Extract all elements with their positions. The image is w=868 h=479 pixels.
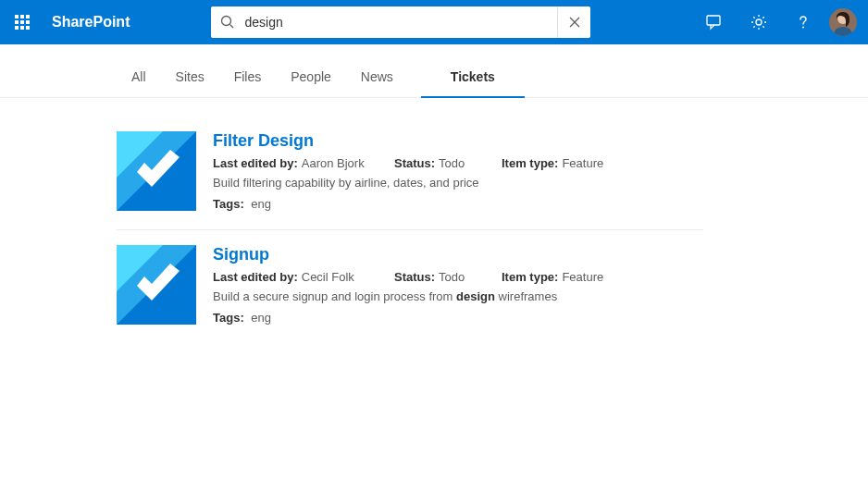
- meta-status: Status: Todo: [394, 270, 502, 284]
- meta-label: Item type:: [502, 156, 558, 170]
- close-icon: [568, 16, 581, 29]
- tab-all[interactable]: All: [128, 69, 150, 97]
- gear-icon: [750, 13, 768, 31]
- meta-value: Aaron Bjork: [302, 156, 365, 170]
- result-thumbnail: [117, 131, 196, 211]
- tags-value: eng: [251, 311, 271, 325]
- meta-label: Status:: [394, 156, 435, 170]
- result-item: Signup Last edited by: Cecil Folk Status…: [117, 229, 703, 343]
- meta-value: Todo: [439, 270, 465, 284]
- clear-search-button[interactable]: [557, 6, 590, 38]
- header-actions: [692, 0, 868, 44]
- help-icon: [794, 13, 812, 31]
- result-description: Build a secure signup and login process …: [213, 289, 703, 303]
- result-item: Filter Design Last edited by: Aaron Bjor…: [117, 131, 703, 229]
- meta-label: Item type:: [502, 270, 558, 284]
- result-metadata: Last edited by: Cecil Folk Status: Todo …: [213, 270, 703, 284]
- desc-highlight: design: [456, 289, 495, 303]
- meta-label: Last edited by:: [213, 156, 298, 170]
- result-thumbnail: [117, 245, 196, 325]
- search-tabs: All Sites Files People News Tickets: [0, 44, 868, 98]
- meta-label: Status:: [394, 270, 435, 284]
- waffle-icon: [15, 15, 30, 30]
- search-icon: [211, 15, 244, 30]
- meta-label: Last edited by:: [213, 270, 298, 284]
- desc-text: Build filtering capability by airline, d…: [213, 176, 479, 190]
- app-header: SharePoint: [0, 0, 868, 44]
- search-input[interactable]: [244, 6, 557, 38]
- tags-value: eng: [251, 197, 271, 211]
- search-box: [211, 6, 590, 38]
- svg-rect-4: [707, 16, 720, 25]
- result-body: Filter Design Last edited by: Aaron Bjor…: [213, 131, 703, 211]
- result-tags: Tags: eng: [213, 197, 703, 211]
- user-avatar[interactable]: [829, 8, 857, 36]
- checkmark-tile-icon: [117, 245, 196, 325]
- meta-value: Feature: [562, 156, 603, 170]
- checkmark-tile-icon: [117, 131, 196, 211]
- result-tags: Tags: eng: [213, 311, 703, 325]
- tab-files[interactable]: Files: [230, 69, 266, 97]
- result-title-link[interactable]: Filter Design: [213, 131, 703, 151]
- tags-label: Tags:: [213, 197, 244, 211]
- brand-name: SharePoint: [52, 14, 130, 31]
- desc-text: wireframes: [495, 289, 557, 303]
- svg-point-0: [222, 17, 231, 26]
- avatar-image: [829, 8, 857, 36]
- settings-button[interactable]: [737, 0, 781, 44]
- result-body: Signup Last edited by: Cecil Folk Status…: [213, 245, 703, 325]
- help-button[interactable]: [781, 0, 825, 44]
- svg-point-5: [756, 19, 762, 25]
- meta-last-edited: Last edited by: Aaron Bjork: [213, 156, 394, 170]
- chat-icon: [705, 13, 724, 31]
- tab-people[interactable]: People: [287, 69, 335, 97]
- desc-text: Build a secure signup and login process …: [213, 289, 456, 303]
- result-title-link[interactable]: Signup: [213, 245, 703, 264]
- meta-last-edited: Last edited by: Cecil Folk: [213, 270, 394, 284]
- search-results: Filter Design Last edited by: Aaron Bjor…: [0, 98, 703, 343]
- chat-button[interactable]: [692, 0, 737, 44]
- tab-tickets[interactable]: Tickets: [447, 69, 499, 97]
- meta-status: Status: Todo: [394, 156, 502, 170]
- tags-label: Tags:: [213, 311, 244, 325]
- result-metadata: Last edited by: Aaron Bjork Status: Todo…: [213, 156, 703, 170]
- result-description: Build filtering capability by airline, d…: [213, 176, 703, 190]
- meta-value: Cecil Folk: [302, 270, 354, 284]
- meta-value: Feature: [562, 270, 603, 284]
- svg-line-1: [230, 25, 234, 29]
- meta-item-type: Item type: Feature: [502, 270, 603, 284]
- svg-point-6: [802, 27, 804, 29]
- app-launcher-button[interactable]: [0, 0, 44, 44]
- meta-value: Todo: [439, 156, 465, 170]
- tab-sites[interactable]: Sites: [172, 69, 208, 97]
- meta-item-type: Item type: Feature: [502, 156, 603, 170]
- tab-news[interactable]: News: [357, 69, 397, 97]
